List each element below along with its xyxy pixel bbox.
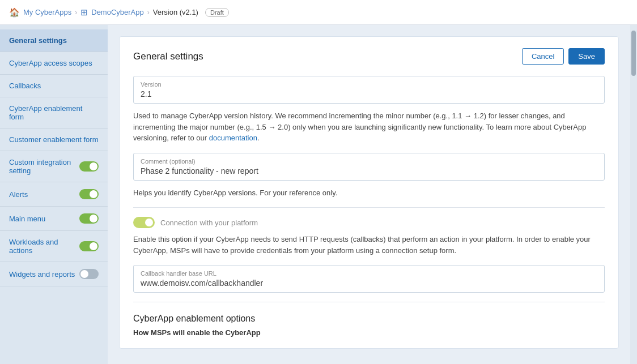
cyberapp-enablement-title: CyberApp enablement options <box>133 314 605 324</box>
card-header: General settings Cancel Save <box>133 48 605 65</box>
breadcrumb-version: Version (v2.1) <box>153 8 198 16</box>
sidebar-item-label-cyberapp-enablement-form: CyberApp enablement form <box>9 104 99 121</box>
sidebar-item-widgets-and-reports[interactable]: Widgets and reports <box>0 262 108 286</box>
home-icon: 🏠 <box>9 7 20 18</box>
info-text-part1: Used to manage CyberApp version history.… <box>133 112 586 142</box>
main-content: General settings Cancel Save Version 2.1… <box>108 25 630 364</box>
info-text-part2: . <box>257 134 260 142</box>
breadcrumb-home[interactable]: My CyberApps <box>23 8 71 16</box>
sidebar-item-custom-integration-setting[interactable]: Custom integration setting <box>0 151 108 182</box>
topbar: 🏠 My CyberApps › ⊞ DemoCyberApp › Versio… <box>0 0 637 25</box>
connection-info-text: Enable this option if your CyberApp need… <box>133 234 605 256</box>
action-buttons: Cancel Save <box>522 48 605 65</box>
card-title: General settings <box>133 51 203 62</box>
app-icon: ⊞ <box>80 7 88 18</box>
toggle-workloads-and-actions[interactable] <box>79 241 99 251</box>
comment-field-group[interactable]: Comment (optional) <box>133 153 605 181</box>
sidebar: General settingsCyberApp access scopesCa… <box>0 25 108 364</box>
scrollbar-thumb[interactable] <box>631 31 636 76</box>
documentation-link[interactable]: documentation <box>209 134 257 142</box>
comment-label: Comment (optional) <box>141 158 597 165</box>
sidebar-item-label-cyberapp-access-scopes: CyberApp access scopes <box>9 59 99 67</box>
sidebar-item-label-customer-enablement-form: Customer enablement form <box>9 135 99 144</box>
sidebar-item-workloads-and-actions[interactable]: Workloads and actions <box>0 231 108 262</box>
general-settings-card: General settings Cancel Save Version 2.1… <box>119 36 619 349</box>
save-button[interactable]: Save <box>568 48 605 65</box>
sidebar-item-label-callbacks: Callbacks <box>9 82 99 90</box>
comment-help-text: Helps you identify CyberApp versions. Fo… <box>133 187 605 199</box>
sidebar-item-label-alerts: Alerts <box>9 190 79 199</box>
how-msps-label: How MSPs will enable the CyberApp <box>133 328 605 337</box>
sidebar-item-label-general-settings: General settings <box>9 36 99 45</box>
sidebar-item-alerts[interactable]: Alerts <box>0 182 108 207</box>
right-scrollbar <box>630 25 637 364</box>
divider-2 <box>133 302 605 302</box>
breadcrumb-sep-2: › <box>147 8 150 16</box>
sidebar-item-label-main-menu: Main menu <box>9 215 79 223</box>
breadcrumb-sep-1: › <box>75 8 77 16</box>
callback-url-field-group[interactable]: Callback handler base URL <box>133 265 605 293</box>
toggle-alerts[interactable] <box>79 189 99 199</box>
sidebar-item-callbacks[interactable]: Callbacks <box>0 75 108 97</box>
toggle-main-menu[interactable] <box>79 213 99 224</box>
version-field-group: Version 2.1 <box>133 76 605 104</box>
breadcrumb-app[interactable]: DemoCyberApp <box>91 8 144 16</box>
connection-toggle[interactable] <box>133 217 155 228</box>
sidebar-item-cyberapp-enablement-form[interactable]: CyberApp enablement form <box>0 97 108 129</box>
sidebar-item-label-workloads-and-actions: Workloads and actions <box>9 238 79 255</box>
sidebar-item-main-menu[interactable]: Main menu <box>0 207 108 231</box>
main-layout: General settingsCyberApp access scopesCa… <box>0 25 637 364</box>
sidebar-item-cyberapp-access-scopes[interactable]: CyberApp access scopes <box>0 52 108 75</box>
callback-url-label: Callback handler base URL <box>141 270 597 277</box>
connection-row: Connection with your platform <box>133 217 605 228</box>
cancel-button[interactable]: Cancel <box>522 48 564 65</box>
draft-badge: Draft <box>205 8 229 17</box>
sidebar-item-label-widgets-and-reports: Widgets and reports <box>9 270 79 279</box>
comment-input[interactable] <box>141 166 597 175</box>
divider-1 <box>133 207 605 208</box>
version-label: Version <box>141 81 597 88</box>
callback-url-input[interactable] <box>141 279 597 288</box>
version-value: 2.1 <box>141 89 597 99</box>
connection-label: Connection with your platform <box>160 219 258 227</box>
sidebar-item-general-settings[interactable]: General settings <box>0 29 108 52</box>
toggle-custom-integration-setting[interactable] <box>79 161 99 172</box>
sidebar-item-customer-enablement-form[interactable]: Customer enablement form <box>0 129 108 151</box>
sidebar-item-label-custom-integration-setting: Custom integration setting <box>9 158 79 175</box>
toggle-widgets-and-reports[interactable] <box>79 269 99 279</box>
version-info-text: Used to manage CyberApp version history.… <box>133 110 605 144</box>
